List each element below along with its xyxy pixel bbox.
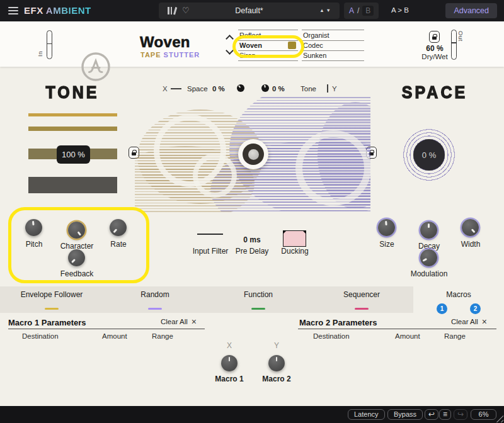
preset-list-up-chevron[interactable] <box>226 35 234 43</box>
feedback-knob[interactable] <box>68 249 85 266</box>
redo-button[interactable]: ↪ <box>454 409 467 420</box>
space-mod-mini-knob[interactable] <box>237 84 244 92</box>
lock-icon <box>432 37 437 40</box>
advanced-button[interactable]: Advanced <box>445 3 497 18</box>
pad-tone-label: Tone <box>301 85 316 93</box>
app-title: EFX AMBIENT <box>24 5 91 16</box>
modulation-knob[interactable] <box>420 249 437 266</box>
space-amount-value: 0 % <box>413 139 445 171</box>
macro2-axis-label: Y <box>246 341 307 350</box>
preset-type-tape: TAPE <box>140 51 161 59</box>
tab-envelope-follower[interactable]: Envelope Follower <box>0 286 103 313</box>
tab-sequencer[interactable]: Sequencer <box>310 286 413 313</box>
tab-random[interactable]: Random <box>103 286 207 313</box>
macro2-clear-all-button[interactable]: Clear All × <box>451 318 487 325</box>
function-color-dash <box>251 308 265 310</box>
macro1-title: Macro 1 Parameters <box>8 318 86 327</box>
preset-list-column-2: Organist Codec Sunken <box>302 30 364 61</box>
macro1-divider <box>8 329 205 329</box>
decay-knob[interactable] <box>420 222 437 239</box>
tab-function[interactable]: Function <box>207 286 310 313</box>
clear-x-icon: × <box>482 318 487 325</box>
envelope-follower-color-dash <box>45 308 59 310</box>
y-axis-label: Y <box>332 85 337 93</box>
ducking-handle-right[interactable] <box>302 230 306 234</box>
space-amount-control[interactable]: 0 % <box>402 128 456 182</box>
preset-item-selected[interactable]: Woven <box>238 40 298 51</box>
puck-dot <box>248 149 259 160</box>
undo-button[interactable]: ↩ <box>425 409 438 420</box>
y-axis-line-icon <box>327 84 328 93</box>
pad-space-label: Space <box>187 85 208 93</box>
rate-label: Rate <box>88 240 149 249</box>
output-gain-label: Out <box>457 31 464 42</box>
latency-button[interactable]: Latency <box>348 409 385 420</box>
width-knob[interactable] <box>462 219 479 236</box>
predelay-value[interactable]: 0 ms <box>222 235 282 244</box>
tone-bar-1[interactable] <box>28 113 117 116</box>
pad-tone-value[interactable]: 0 % <box>272 85 285 93</box>
tone-bar-2[interactable] <box>28 127 117 131</box>
ducking-envelope[interactable] <box>283 230 306 247</box>
tab-macros[interactable]: Macros 1 2 <box>413 286 504 313</box>
feedback-label: Feedback <box>47 269 107 278</box>
size-knob[interactable] <box>378 219 395 236</box>
preset-browser-bar[interactable]: ♡ Default* ▲▼ <box>159 3 340 19</box>
preset-prev-next-arrows[interactable]: ▲▼ <box>319 8 333 13</box>
drywet-value[interactable]: 60 % <box>418 44 451 53</box>
modulation-tab-bar: Envelope Follower Random Function Sequen… <box>0 286 504 313</box>
macro2-col-range: Range <box>444 332 466 340</box>
ab-toggle-a[interactable]: A <box>349 6 354 15</box>
macro-1-badge[interactable]: 1 <box>437 303 447 314</box>
tone-bar-4[interactable] <box>28 177 117 193</box>
x-axis-line-icon <box>171 88 181 89</box>
macro1-knob[interactable] <box>221 355 238 371</box>
tone-mod-mini-knob[interactable] <box>261 84 269 92</box>
bypass-button[interactable]: Bypass <box>387 409 423 420</box>
pitch-knob[interactable] <box>25 219 42 236</box>
output-gain-slider[interactable] <box>451 30 457 60</box>
preset-item[interactable]: Reflect <box>238 30 298 40</box>
resize-handle[interactable] <box>496 415 503 422</box>
drywet-lock-button[interactable] <box>429 31 440 43</box>
character-knob[interactable] <box>68 222 85 239</box>
current-preset-name[interactable]: Default* <box>159 6 340 15</box>
preset-type-stutter: STUTTER <box>164 51 200 59</box>
app-title-ambient: AMBIENT <box>46 5 91 16</box>
ab-toggle-b[interactable]: B <box>362 6 374 16</box>
puck-ring <box>243 144 264 165</box>
pad-space-value[interactable]: 0 % <box>212 85 225 93</box>
ab-toggle[interactable]: A / B <box>344 3 379 19</box>
input-gain-slider[interactable] <box>47 30 52 59</box>
macro1-col-range: Range <box>152 332 173 340</box>
history-menu-button[interactable]: ≡ <box>439 409 451 420</box>
preset-list-down-chevron[interactable] <box>226 47 234 55</box>
input-filter-curve[interactable] <box>197 234 223 235</box>
width-label: Width <box>440 240 501 249</box>
macro1-col-amount: Amount <box>102 332 127 340</box>
sequencer-color-dash <box>355 308 369 310</box>
arturia-logo <box>81 52 111 84</box>
macro2-col-amount: Amount <box>395 332 420 340</box>
xy-pad[interactable] <box>135 96 370 213</box>
random-color-dash <box>148 308 162 310</box>
tone-value-tooltip: 100 % <box>57 145 90 164</box>
xy-pad-puck[interactable] <box>238 139 268 169</box>
preset-item[interactable]: Sunken <box>302 50 364 61</box>
ab-toggle-separator: / <box>357 6 359 15</box>
modulation-label: Modulation <box>399 269 459 278</box>
cpu-meter[interactable]: 6% <box>471 409 496 420</box>
drywet-label: Dry/Wet <box>415 53 455 60</box>
app-title-efx: EFX <box>24 5 43 16</box>
macro2-knob[interactable] <box>268 355 285 371</box>
copy-a-to-b-button[interactable]: A > B <box>384 6 416 14</box>
macro2-title: Macro 2 Parameters <box>299 318 377 327</box>
preset-item[interactable]: Organist <box>302 30 364 40</box>
macro1-clear-all-button[interactable]: Clear All × <box>161 318 197 325</box>
preset-item[interactable]: Codec <box>302 40 364 51</box>
ducking-handle-left[interactable] <box>283 230 287 234</box>
hamburger-menu-icon[interactable] <box>8 7 18 14</box>
macro-2-badge[interactable]: 2 <box>470 303 481 314</box>
rate-knob[interactable] <box>110 219 127 236</box>
preset-item[interactable]: Siren <box>238 50 298 61</box>
